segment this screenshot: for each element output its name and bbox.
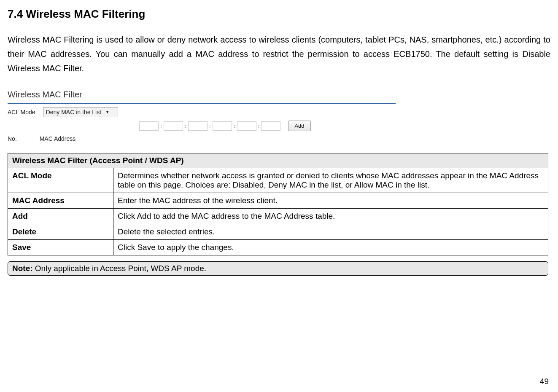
table-row: MAC Address Enter the MAC address of the… [8,193,548,209]
note-box: Note: Only applicable in Access Point, W… [8,261,548,276]
mac-octet-6[interactable] [261,121,280,131]
mac-octet-3[interactable] [188,121,208,131]
colon-separator: : [185,123,186,129]
row-desc: Enter the MAC address of the wireless cl… [113,193,548,209]
row-name: Save [8,240,113,255]
colon-separator: : [209,123,211,129]
screenshot-title: Wireless MAC Filter [8,90,550,99]
config-screenshot: Wireless MAC Filter ACL Mode Deny MAC in… [8,90,550,142]
row-desc: Determines whether network access is gra… [113,168,548,193]
row-name: MAC Address [8,193,113,209]
table-row: Delete Delete the selected entries. [8,224,548,240]
row-name: Delete [8,224,113,240]
row-desc: Click Add to add the MAC address to the … [113,209,548,224]
description-table: Wireless MAC Filter (Access Point / WDS … [8,153,548,255]
acl-mode-label: ACL Mode [8,109,35,115]
mac-octet-5[interactable] [237,121,256,131]
colon-separator: : [160,123,162,129]
col-no-label: No. [8,135,17,142]
row-desc: Click Save to apply the changes. [113,240,548,255]
colon-separator: : [258,123,260,129]
section-heading: 7.4 Wireless MAC Filtering [8,8,550,21]
note-text: Only applicable in Access Point, WDS AP … [33,264,207,273]
note-label: Note: [12,264,33,273]
mac-octet-4[interactable] [213,121,232,131]
colon-separator: : [234,123,235,129]
divider [8,103,396,104]
add-button[interactable]: Add [288,121,310,131]
table-header: Wireless MAC Filter (Access Point / WDS … [8,153,548,168]
table-row: ACL Mode Determines whether network acce… [8,168,548,193]
acl-mode-row: ACL Mode Deny MAC in the List [8,107,550,117]
row-desc: Delete the selected entries. [113,224,548,240]
mac-octet-2[interactable] [164,121,183,131]
table-row: Add Click Add to add the MAC address to … [8,209,548,224]
intro-paragraph: Wireless MAC Filtering is used to allow … [8,32,550,75]
column-headers: No. MAC Address [8,135,550,142]
row-name: ACL Mode [8,168,113,193]
col-mac-label: MAC Address [40,135,76,142]
mac-input-row: : : : : : Add [138,121,550,131]
page-number: 49 [540,377,549,386]
row-name: Add [8,209,113,224]
acl-mode-select[interactable]: Deny MAC in the List [43,107,118,117]
mac-octet-1[interactable] [139,121,159,131]
table-row: Save Click Save to apply the changes. [8,240,548,255]
